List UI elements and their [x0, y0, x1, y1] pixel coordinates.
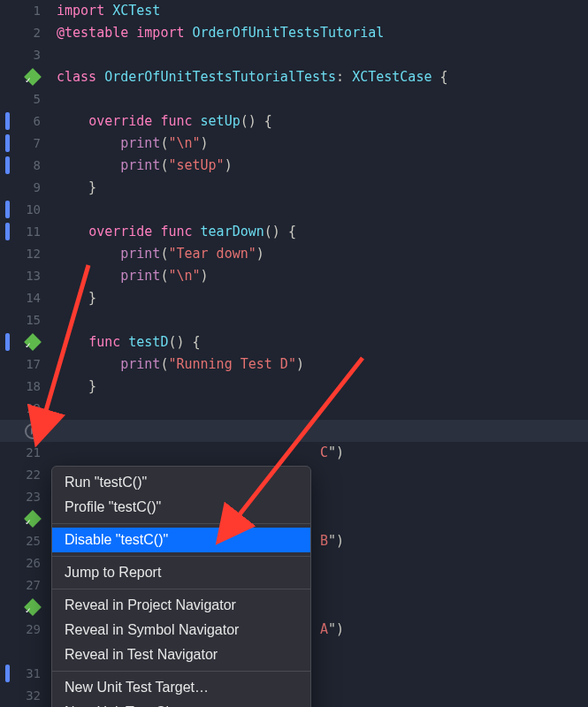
menu-separator — [52, 523, 310, 524]
token-keyword: override func — [88, 224, 200, 239]
token-string: "Tear down" — [168, 246, 256, 262]
token-string-method: print — [120, 356, 160, 372]
menu-item[interactable]: New Unit Test Target… — [52, 675, 310, 700]
test-success-icon[interactable]: ✓ — [24, 598, 42, 616]
line-number: 14 — [0, 287, 57, 309]
menu-item[interactable]: Profile "testC()" — [52, 495, 310, 520]
line-number: 19 — [0, 398, 57, 420]
token-punc: ) — [225, 157, 233, 173]
partial-code: B") — [320, 530, 344, 552]
menu-item[interactable]: Run "testC()" — [52, 470, 310, 495]
token-type: XCTest — [112, 3, 160, 19]
code-line[interactable]: print("setUp") — [57, 155, 588, 177]
code-line[interactable]: print("\n") — [57, 265, 588, 287]
menu-separator — [52, 671, 310, 672]
token-punc: ) — [296, 356, 304, 372]
token-punc — [57, 268, 120, 284]
menu-item[interactable]: New Unit Test Class… — [52, 700, 310, 707]
code-line[interactable] — [57, 420, 588, 442]
token-type: XCTestCase — [352, 69, 431, 85]
token-string: "setUp" — [168, 157, 224, 173]
code-line[interactable] — [57, 398, 588, 420]
token-punc: ) — [256, 246, 264, 262]
menu-item[interactable]: Reveal in Symbol Navigator — [52, 618, 310, 642]
line-number: 1 — [0, 0, 57, 22]
code-line[interactable] — [57, 199, 588, 221]
token-punc — [57, 224, 88, 239]
context-menu[interactable]: Run "testC()"Profile "testC()"Disable "t… — [51, 466, 311, 707]
code-line[interactable]: C") — [57, 442, 588, 464]
code-line[interactable]: } — [57, 376, 588, 398]
line-number: ✓ — [0, 331, 57, 354]
menu-separator — [52, 589, 310, 589]
line-number — [0, 420, 57, 442]
code-line[interactable]: import XCTest — [57, 0, 588, 22]
change-marker — [5, 156, 10, 174]
token-func: testD — [128, 334, 168, 350]
line-number: 22 — [0, 464, 57, 486]
code-line[interactable]: class OrderOfUnitTestsTutorialTests: XCT… — [57, 66, 588, 88]
line-number: ✓ — [0, 66, 57, 88]
line-number: 3 — [0, 44, 57, 66]
code-line[interactable]: } — [57, 287, 588, 309]
change-marker — [5, 112, 10, 130]
token-punc: : — [336, 69, 352, 85]
code-line[interactable]: @testable import OrderOfUnitTestsTutoria… — [57, 22, 588, 44]
line-number: 18 — [0, 376, 57, 398]
line-number: 32 — [0, 685, 57, 707]
token-punc — [57, 246, 120, 262]
test-success-icon[interactable]: ✓ — [24, 68, 42, 86]
token-type: OrderOfUnitTestsTutorialTests — [104, 69, 336, 85]
token-punc: } — [57, 179, 96, 195]
line-number: 9 — [0, 177, 57, 199]
menu-separator — [52, 556, 310, 557]
token-string: "\n" — [168, 268, 200, 284]
menu-item[interactable]: Disable "testC()" — [52, 528, 310, 552]
code-line[interactable]: override func tearDown() { — [57, 221, 588, 243]
token-punc — [57, 157, 120, 173]
token-keyword: import — [136, 25, 192, 41]
partial-code: A") — [320, 619, 344, 641]
line-number: 27 — [0, 574, 57, 597]
line-number: 8 — [0, 155, 57, 177]
token-punc: ) — [201, 268, 209, 284]
code-line[interactable] — [57, 88, 588, 110]
token-punc — [57, 113, 88, 129]
line-number: ✓ — [0, 597, 57, 619]
line-number: 26 — [0, 552, 57, 574]
test-run-icon[interactable] — [25, 423, 41, 439]
line-number: 13 — [0, 265, 57, 287]
token-keyword: import — [57, 3, 112, 19]
line-number: 11 — [0, 221, 57, 243]
code-line[interactable]: func testD() { — [57, 331, 588, 354]
line-number: 12 — [0, 243, 57, 265]
code-line[interactable] — [57, 309, 588, 331]
code-line[interactable]: print("Tear down") — [57, 243, 588, 265]
test-success-icon[interactable]: ✓ — [24, 510, 42, 528]
code-line[interactable]: print("\n") — [57, 133, 588, 155]
line-number: 10 — [0, 199, 57, 221]
code-line[interactable]: print("Running Test D") — [57, 354, 588, 376]
code-line[interactable] — [57, 44, 588, 66]
code-line[interactable]: override func setUp() { — [57, 110, 588, 133]
token-punc: () { — [168, 334, 200, 350]
change-marker — [5, 201, 10, 218]
test-success-icon[interactable]: ✓ — [24, 333, 42, 351]
line-number — [0, 641, 57, 663]
token-string-method: print — [120, 135, 160, 151]
menu-item[interactable]: Jump to Report — [52, 560, 310, 585]
token-punc: { — [431, 69, 447, 85]
token-keyword: override func — [88, 113, 200, 129]
token-punc: } — [57, 290, 96, 306]
token-string: "Running Test D" — [168, 356, 296, 372]
token-string-method: print — [120, 157, 160, 173]
token-punc — [57, 135, 120, 151]
menu-item[interactable]: Reveal in Test Navigator — [52, 642, 310, 667]
menu-item[interactable]: Reveal in Project Navigator — [52, 593, 310, 618]
line-number: 7 — [0, 133, 57, 155]
token-at: @testable — [57, 25, 136, 41]
line-number: 25 — [0, 530, 57, 552]
line-number: 17 — [0, 354, 57, 376]
token-string-method: print — [120, 246, 160, 262]
code-line[interactable]: } — [57, 177, 588, 199]
